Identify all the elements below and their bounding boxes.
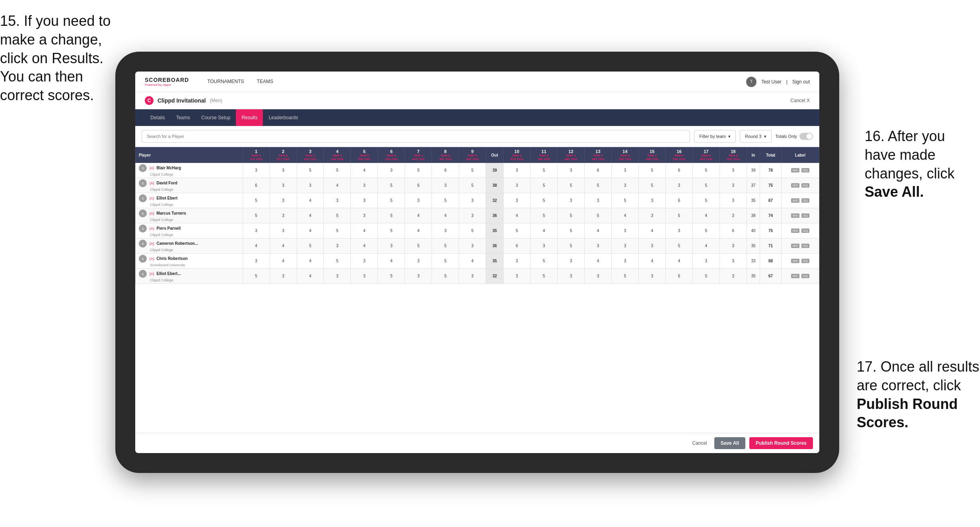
score-h18[interactable]: 6	[719, 223, 747, 238]
score-h3[interactable]: 4	[297, 269, 324, 284]
score-h4[interactable]: 5	[324, 163, 351, 178]
wd-button[interactable]: WD	[791, 229, 799, 233]
score-h10[interactable]: 3	[504, 163, 531, 178]
score-h18[interactable]: 3	[719, 269, 747, 284]
score-h5[interactable]: 4	[351, 163, 378, 178]
score-h17[interactable]: 5	[692, 178, 719, 193]
score-h2[interactable]: 3	[270, 223, 297, 238]
score-h15[interactable]: 3	[638, 269, 665, 284]
score-h7[interactable]: 4	[405, 208, 432, 223]
score-h10[interactable]: 4	[504, 208, 531, 223]
score-h9[interactable]: 3	[459, 238, 486, 254]
score-h7[interactable]: 5	[405, 238, 432, 254]
score-h9[interactable]: 5	[459, 223, 486, 238]
score-h15[interactable]: 3	[638, 193, 665, 208]
score-h16[interactable]: 3	[665, 178, 692, 193]
wd-button[interactable]: WD	[791, 198, 799, 203]
score-h17[interactable]: 5	[692, 269, 719, 284]
score-h7[interactable]: 6	[405, 178, 432, 193]
score-h10[interactable]: 3	[504, 254, 531, 269]
score-h6[interactable]: 3	[378, 238, 405, 254]
score-h16[interactable]: 5	[665, 208, 692, 223]
score-h18[interactable]: 3	[719, 208, 747, 223]
score-h14[interactable]: 3	[611, 238, 638, 254]
score-h15[interactable]: 4	[638, 223, 665, 238]
score-h2[interactable]: 3	[270, 208, 297, 223]
score-h14[interactable]: 3	[611, 254, 638, 269]
score-h3[interactable]: 4	[297, 208, 324, 223]
search-input[interactable]	[142, 130, 690, 143]
score-h2[interactable]: 3	[270, 269, 297, 284]
tab-results[interactable]: Results	[236, 109, 263, 126]
score-h8[interactable]: 5	[432, 238, 459, 254]
dq-button[interactable]: DQ	[801, 168, 809, 172]
score-h16[interactable]: 6	[665, 163, 692, 178]
score-h1[interactable]: 3	[243, 223, 270, 238]
totals-toggle-switch[interactable]	[799, 133, 813, 140]
score-h3[interactable]: 3	[297, 178, 324, 193]
score-h8[interactable]: 4	[432, 208, 459, 223]
cancel-action-btn[interactable]: Cancel	[689, 440, 710, 446]
score-h15[interactable]: 4	[638, 254, 665, 269]
score-h3[interactable]: 5	[297, 238, 324, 254]
score-h10[interactable]: 6	[504, 238, 531, 254]
score-h5[interactable]: 3	[351, 178, 378, 193]
score-h7[interactable]: 3	[405, 193, 432, 208]
score-h1[interactable]: 5	[243, 193, 270, 208]
score-h13[interactable]: 3	[584, 238, 611, 254]
score-h4[interactable]: 3	[324, 238, 351, 254]
score-h14[interactable]: 3	[611, 178, 638, 193]
round-selector-btn[interactable]: Round 3 ▾	[740, 130, 772, 143]
score-h9[interactable]: 3	[459, 269, 486, 284]
score-h6[interactable]: 5	[378, 208, 405, 223]
score-h14[interactable]: 3	[611, 223, 638, 238]
score-h12[interactable]: 5	[557, 178, 584, 193]
dq-button[interactable]: DQ	[801, 244, 809, 248]
score-h13[interactable]: 6	[584, 163, 611, 178]
tab-course-setup[interactable]: Course Setup	[196, 109, 236, 126]
score-h10[interactable]: 3	[504, 269, 531, 284]
score-h16[interactable]: 3	[665, 223, 692, 238]
score-h12[interactable]: 3	[557, 163, 584, 178]
score-h13[interactable]: 4	[584, 254, 611, 269]
wd-button[interactable]: WD	[791, 213, 799, 218]
score-h18[interactable]: 3	[719, 193, 747, 208]
score-h11[interactable]: 5	[530, 163, 557, 178]
score-h14[interactable]: 5	[611, 193, 638, 208]
score-h11[interactable]: 5	[530, 254, 557, 269]
score-h3[interactable]: 5	[297, 163, 324, 178]
score-h1[interactable]: 6	[243, 178, 270, 193]
score-h10[interactable]: 5	[504, 223, 531, 238]
score-h13[interactable]: 3	[584, 193, 611, 208]
score-h12[interactable]: 3	[557, 254, 584, 269]
score-h16[interactable]: 6	[665, 193, 692, 208]
score-h8[interactable]: 3	[432, 223, 459, 238]
score-h6[interactable]: 5	[378, 223, 405, 238]
wd-button[interactable]: WD	[791, 259, 799, 263]
score-h8[interactable]: 3	[432, 178, 459, 193]
score-h5[interactable]: 3	[351, 269, 378, 284]
dq-button[interactable]: DQ	[801, 259, 809, 263]
score-h9[interactable]: 3	[459, 208, 486, 223]
score-h14[interactable]: 4	[611, 208, 638, 223]
score-h1[interactable]: 3	[243, 163, 270, 178]
save-all-btn[interactable]: Save All	[714, 437, 745, 449]
score-h15[interactable]: 5	[638, 178, 665, 193]
score-h13[interactable]: 5	[584, 208, 611, 223]
score-h3[interactable]: 4	[297, 193, 324, 208]
score-h4[interactable]: 5	[324, 223, 351, 238]
score-h12[interactable]: 5	[557, 223, 584, 238]
score-h16[interactable]: 4	[665, 254, 692, 269]
score-h1[interactable]: 5	[243, 208, 270, 223]
cancel-tournament-btn[interactable]: Cancel X	[790, 98, 810, 103]
score-h17[interactable]: 4	[692, 208, 719, 223]
score-h2[interactable]: 3	[270, 178, 297, 193]
score-h4[interactable]: 3	[324, 193, 351, 208]
score-h7[interactable]: 3	[405, 254, 432, 269]
score-h15[interactable]: 5	[638, 163, 665, 178]
score-h9[interactable]: 5	[459, 163, 486, 178]
score-h18[interactable]: 3	[719, 238, 747, 254]
score-h8[interactable]: 5	[432, 269, 459, 284]
score-h15[interactable]: 3	[638, 208, 665, 223]
score-h7[interactable]: 3	[405, 269, 432, 284]
